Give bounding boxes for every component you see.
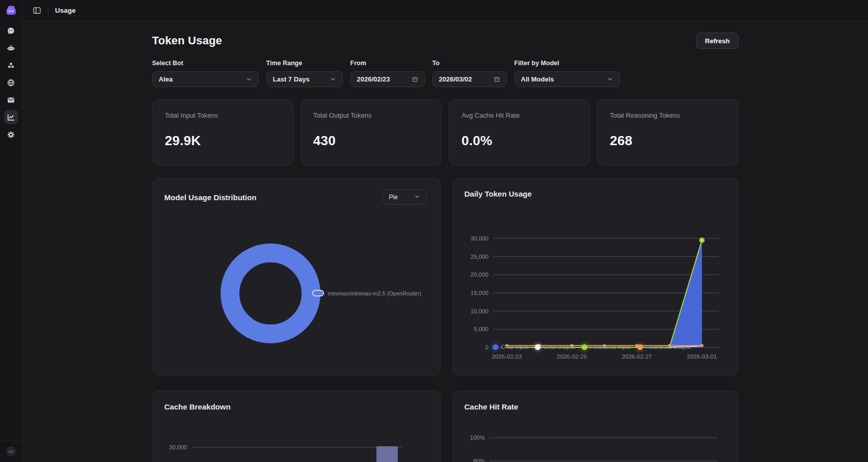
cache-hit-rate-card: Cache Hit Rate 100%80% <box>452 391 738 462</box>
stat-card-input-tokens: Total Input Tokens 29.9K <box>152 99 293 166</box>
chevron-down-icon <box>330 76 336 83</box>
legend-item[interactable]: Chat Output <box>535 344 575 350</box>
date-to-value: 2026/03/02 <box>439 75 472 83</box>
svg-text:2026-03-01: 2026-03-01 <box>687 354 717 360</box>
analytics-icon <box>7 113 15 122</box>
filter-time-range: Time Range Last 7 Days <box>266 60 343 87</box>
legend-swatch <box>312 290 324 296</box>
chat-icon <box>7 26 15 35</box>
chevron-down-icon <box>607 76 613 83</box>
svg-text:2026-02-23: 2026-02-23 <box>492 354 522 360</box>
stat-value: 268 <box>610 133 725 149</box>
stat-label: Total Output Tokens <box>313 112 429 119</box>
time-range-dropdown[interactable]: Last 7 Days <box>266 71 343 87</box>
page-breadcrumb-title: Usage <box>55 7 76 14</box>
svg-text:100%: 100% <box>470 434 484 441</box>
select-bot-dropdown[interactable]: Alea <box>152 71 259 87</box>
legend-text: Chat Input <box>501 344 528 350</box>
chevron-down-icon <box>246 76 252 83</box>
legend-item[interactable]: Chat Input <box>493 344 528 350</box>
svg-text:10,000: 10,000 <box>470 308 488 314</box>
user-avatar[interactable]: AD <box>6 446 16 456</box>
legend-label: minimax/minimax-m2.5 (OpenRouter) <box>328 290 421 296</box>
main-content: Token Usage Refresh Select Bot Alea Time… <box>22 21 868 462</box>
chart-type-dropdown[interactable]: Pie <box>383 189 427 205</box>
filter-by-model-label: Filter by Model <box>514 60 620 67</box>
legend-dot <box>535 344 540 350</box>
stat-card-output-tokens: Total Output Tokens 430 <box>301 99 442 166</box>
chart-type-value: Pie <box>389 194 398 201</box>
sidebar-item-chat[interactable] <box>4 23 18 38</box>
stat-value: 430 <box>313 133 429 149</box>
filter-date-to: To 2026/03/02 <box>432 60 507 87</box>
filter-date-from: From 2026/02/23 <box>350 60 425 87</box>
chart-title: Model Usage Distribution <box>165 193 257 202</box>
title-row: Token Usage Refresh <box>152 33 739 49</box>
charts-row-top: Model Usage Distribution Pie minimax/min… <box>152 178 739 375</box>
calendar-icon <box>412 76 418 83</box>
legend-item[interactable]: Heartbeat Input <box>582 344 631 350</box>
sidebar-footer: AD <box>0 441 22 462</box>
daily-token-usage-card: Daily Token Usage 05,00010,00015,00020,0… <box>452 178 738 375</box>
donut-chart <box>153 178 441 375</box>
sidebar-item-mail[interactable] <box>4 93 18 107</box>
stat-value: 29.9K <box>165 133 281 149</box>
svg-text:2026-02-25: 2026-02-25 <box>557 354 587 360</box>
app-logo[interactable] <box>5 4 18 17</box>
charts-row-bottom: Cache Breakdown 30,000 Cache Hit Rate 10… <box>152 391 739 462</box>
filter-select-bot: Select Bot Alea <box>152 60 259 87</box>
legend-item[interactable]: Heartbeat Output <box>637 344 691 350</box>
sidebar-item-settings[interactable] <box>4 127 18 142</box>
svg-text:20,000: 20,000 <box>470 271 488 278</box>
sidebar-toggle-button[interactable] <box>33 6 41 15</box>
topbar: Usage <box>22 0 868 21</box>
sidebar-item-nodes[interactable] <box>4 58 18 72</box>
daily-chart-legend: Chat InputChat OutputHeartbeat InputHear… <box>493 344 691 350</box>
legend-dot <box>582 344 587 350</box>
stat-card-reasoning-tokens: Total Reasoning Tokens 268 <box>597 99 738 166</box>
filter-bar: Select Bot Alea Time Range Last 7 Days F… <box>152 60 739 87</box>
robot-icon <box>7 44 15 52</box>
refresh-button[interactable]: Refresh <box>696 33 738 49</box>
select-bot-label: Select Bot <box>152 60 259 67</box>
select-bot-value: Alea <box>159 75 173 83</box>
gear-icon <box>7 130 15 139</box>
legend-text: Heartbeat Output <box>646 344 691 350</box>
chart-title: Cache Hit Rate <box>465 402 519 411</box>
filter-model: Filter by Model All Models <box>514 60 620 87</box>
svg-text:5,000: 5,000 <box>474 326 489 332</box>
sidebar-item-globe[interactable] <box>4 75 18 90</box>
model-usage-distribution-card: Model Usage Distribution Pie minimax/min… <box>152 178 441 375</box>
time-range-label: Time Range <box>266 60 343 67</box>
stat-cards-row: Total Input Tokens 29.9K Total Output To… <box>152 99 739 166</box>
globe-icon <box>7 78 15 87</box>
from-label: From <box>350 60 425 67</box>
model-dropdown[interactable]: All Models <box>514 71 620 87</box>
time-range-value: Last 7 Days <box>273 75 310 83</box>
sidebar-item-bots[interactable] <box>4 41 18 55</box>
stat-card-cache-hit-rate: Avg Cache Hit Rate 0.0% <box>449 99 590 166</box>
topbar-divider <box>48 7 48 15</box>
legend-dot <box>637 344 643 350</box>
bot-logo-icon <box>5 5 17 17</box>
date-to-input[interactable]: 2026/03/02 <box>432 71 507 87</box>
chart-title: Daily Token Usage <box>465 189 532 198</box>
svg-text:30,000: 30,000 <box>169 444 186 450</box>
sidebar: AD <box>0 0 22 462</box>
chevron-down-icon <box>414 194 420 201</box>
nodes-icon <box>7 61 15 70</box>
sidebar-item-usage[interactable] <box>4 110 18 124</box>
cache-breakdown-card: Cache Breakdown 30,000 <box>152 391 441 462</box>
svg-text:25,000: 25,000 <box>470 254 488 260</box>
date-from-input[interactable]: 2026/02/23 <box>350 71 425 87</box>
model-value: All Models <box>521 75 554 83</box>
mail-icon <box>7 96 15 104</box>
to-label: To <box>432 60 507 67</box>
stat-label: Total Reasoning Tokens <box>610 112 725 119</box>
svg-text:80%: 80% <box>473 458 484 462</box>
svg-text:2026-02-27: 2026-02-27 <box>621 354 652 360</box>
legend-text: Chat Output <box>544 344 575 350</box>
date-from-value: 2026/02/23 <box>357 75 390 83</box>
chart-title: Cache Breakdown <box>165 402 231 411</box>
stat-label: Total Input Tokens <box>165 112 281 119</box>
